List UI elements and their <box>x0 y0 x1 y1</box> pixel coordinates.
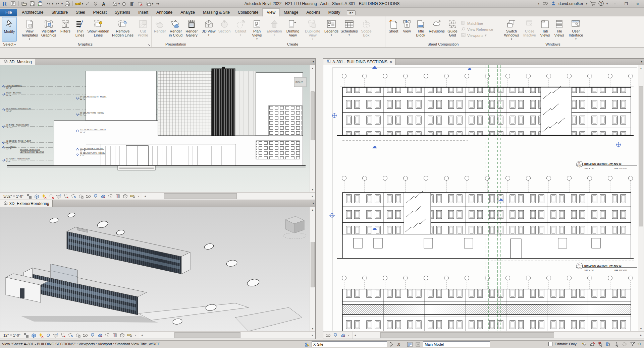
sun-path-icon[interactable] <box>38 332 44 338</box>
render-button[interactable]: Render <box>152 17 167 42</box>
filters-button[interactable]: Filters <box>58 17 73 42</box>
visual-style-icon[interactable] <box>31 332 37 338</box>
view-tab-3d-massing[interactable]: 3D_Massing <box>0 59 35 65</box>
user-interface-button[interactable]: User Interface▾ <box>566 17 586 42</box>
view-templates-button[interactable]: View Templates▾ <box>20 17 39 42</box>
temporary-view-properties-icon[interactable] <box>104 332 111 338</box>
rendering-vertical-scrollbar[interactable]: ▲ ▼ <box>310 207 315 331</box>
tab-precast[interactable]: Precast <box>89 9 111 16</box>
view-button[interactable]: View <box>401 17 413 42</box>
control-bar-collapse-icon[interactable]: ‹ <box>347 333 351 337</box>
massing-elevation-canvas[interactable]: TOP OF PARAPET50' - 8" ROOF - BEARING48'… <box>0 65 310 192</box>
visibility-graphics-button[interactable]: Visibility/ Graphics <box>39 17 58 42</box>
worksharing-display-icon[interactable] <box>339 332 346 338</box>
save-icon[interactable] <box>29 1 36 7</box>
elevation-marker-right[interactable]: RIGHT <box>294 77 306 87</box>
detail-level-icon[interactable] <box>26 193 33 199</box>
switch-windows-qat-icon[interactable] <box>145 1 152 7</box>
drafting-view-button[interactable]: Drafting View <box>283 17 302 42</box>
show-crop-region-icon[interactable] <box>67 332 74 338</box>
scale-button[interactable]: 12" = 1'-0" <box>2 333 22 337</box>
default-3d-view-icon[interactable] <box>111 1 118 7</box>
analytical-model-icon[interactable] <box>112 332 118 338</box>
rendering-canvas[interactable] <box>0 207 310 331</box>
sheet-window-menu-icon[interactable]: ▼ <box>640 59 643 65</box>
schedules-button[interactable]: Schedules▾ <box>340 17 359 42</box>
reveal-hidden-elements-icon[interactable] <box>85 193 92 199</box>
signed-in-user[interactable]: david.smolker <box>558 1 583 6</box>
close-inactive-views-icon[interactable] <box>137 1 144 7</box>
user-dropdown-icon[interactable]: ▾ <box>586 2 587 5</box>
reveal-constraints-icon[interactable] <box>129 193 136 199</box>
duplicate-view-button[interactable]: Duplicate View▾ <box>302 17 323 42</box>
tab-systems[interactable]: Systems <box>111 9 134 16</box>
redo-icon[interactable] <box>54 1 61 7</box>
redo-dropdown-icon[interactable]: ▾ <box>61 2 63 5</box>
reveal-constraints-icon[interactable] <box>126 332 133 338</box>
shadows-icon[interactable] <box>48 193 55 199</box>
sun-path-icon[interactable] <box>41 193 47 199</box>
crop-view-icon[interactable] <box>63 193 69 199</box>
scroll-down-icon[interactable]: ▼ <box>638 326 644 331</box>
show-crop-region-icon[interactable] <box>70 193 77 199</box>
visual-style-icon[interactable] <box>34 193 40 199</box>
view-tab-3d-exterior-rendering[interactable]: 3D_ExteriorRendering <box>0 200 53 207</box>
close-view-tab-icon[interactable]: × <box>390 60 392 64</box>
filter-icon[interactable] <box>630 341 636 347</box>
search-icon[interactable] <box>542 1 548 7</box>
scroll-up-icon[interactable]: ▲ <box>638 65 644 71</box>
print-icon[interactable] <box>63 1 71 7</box>
graphics-dialog-launcher-icon[interactable] <box>148 42 150 48</box>
sheet-horizontal-scrollbar[interactable]: ◄ ► <box>352 332 644 339</box>
sheet-button[interactable]: Sheet <box>386 17 401 42</box>
scroll-right-icon[interactable]: ► <box>310 334 315 336</box>
analytical-model-icon[interactable] <box>115 193 121 199</box>
select-underlay-icon[interactable] <box>589 341 595 347</box>
rendering-horizontal-scrollbar[interactable]: ◄ ► <box>139 332 315 339</box>
show-hidden-lines-button[interactable]: Show Hidden Lines <box>87 17 110 42</box>
control-bar-collapse-icon[interactable]: ‹ <box>134 333 138 337</box>
select-links-icon[interactable] <box>581 341 587 347</box>
plan-views-button[interactable]: Plan Views▾ <box>249 17 265 42</box>
worksharing-display-icon[interactable] <box>97 332 103 338</box>
tab-architecture[interactable]: Architecture <box>18 9 47 16</box>
scroll-up-icon[interactable]: ▲ <box>310 65 315 71</box>
background-processes-icon[interactable] <box>622 341 628 347</box>
design-option-selector[interactable]: Main Model⌄ <box>423 341 490 347</box>
unlocked-3d-view-icon[interactable] <box>75 332 81 338</box>
user-avatar-icon[interactable] <box>551 1 556 7</box>
sync-with-central-icon[interactable] <box>37 1 44 7</box>
guide-grid-button[interactable]: Guide Grid <box>445 17 460 42</box>
constraints-icon[interactable] <box>119 332 125 338</box>
scroll-up-icon[interactable]: ▲ <box>310 207 315 212</box>
elevation-button[interactable]: Elevation▾ <box>265 17 283 42</box>
store-cart-icon[interactable] <box>590 1 596 7</box>
shadows-icon[interactable] <box>45 332 52 338</box>
matchline-button[interactable]: Matchline <box>461 21 498 26</box>
tile-views-button[interactable]: Tile Views <box>552 17 566 42</box>
tab-annotate[interactable]: Annotate <box>152 9 176 16</box>
home-icon[interactable] <box>9 1 17 7</box>
select-pinned-icon[interactable] <box>597 341 603 347</box>
massing-horizontal-scrollbar[interactable]: ◄ ► <box>142 193 315 200</box>
crop-view-icon[interactable] <box>60 332 66 338</box>
scale-button[interactable]: 3/32" = 1'-0" <box>2 194 25 198</box>
switch-windows-button[interactable]: Switch Windows▾ <box>502 17 521 42</box>
scroll-left-icon[interactable]: ◄ <box>142 195 148 197</box>
minimize-button[interactable] <box>610 0 619 7</box>
title-block-button[interactable]: Title Block <box>413 17 428 42</box>
aligned-dimension-icon[interactable] <box>84 1 91 7</box>
open-icon[interactable] <box>20 1 28 7</box>
temporary-hide-isolate-icon[interactable] <box>90 332 96 338</box>
temporary-hide-isolate-icon[interactable] <box>332 332 338 338</box>
tab-manage[interactable]: Manage <box>280 9 302 16</box>
help-dropdown-icon[interactable]: ▾ <box>606 2 608 5</box>
tab-insert[interactable]: Insert <box>134 9 152 16</box>
temporary-hide-isolate-icon[interactable] <box>93 193 99 199</box>
tab-steel[interactable]: Steel <box>72 9 89 16</box>
close-inactive-button[interactable]: Close Inactive <box>521 17 538 42</box>
reveal-hidden-elements-icon[interactable] <box>325 332 331 338</box>
unlocked-3d-view-icon[interactable] <box>78 193 84 199</box>
scroll-right-icon[interactable]: ► <box>638 334 644 336</box>
measure-dropdown-icon[interactable]: ▾ <box>82 2 83 5</box>
